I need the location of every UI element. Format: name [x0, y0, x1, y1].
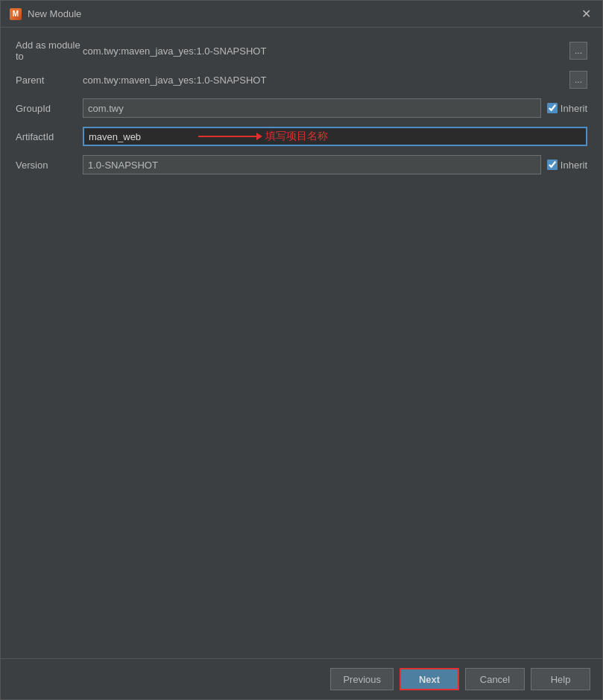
maven-icon	[10, 8, 22, 20]
close-button[interactable]: ✕	[578, 7, 593, 22]
group-id-label: GroupId	[16, 103, 83, 114]
form-content: Add as module to com.twy:maven_java_yes:…	[1, 28, 602, 658]
version-inherit-wrapper: Inherit	[547, 160, 587, 171]
add-as-module-row: Add as module to com.twy:maven_java_yes:…	[16, 40, 587, 62]
title-bar: New Module ✕	[1, 1, 602, 28]
version-label: Version	[16, 160, 83, 171]
parent-ellipsis-button[interactable]: ...	[569, 71, 587, 89]
add-as-module-label: Add as module to	[16, 40, 83, 62]
version-wrapper: Inherit	[83, 155, 587, 174]
group-id-input[interactable]	[83, 98, 541, 118]
parent-row: Parent com.twy:maven_java_yes:1.0-SNAPSH…	[16, 69, 587, 90]
parent-label: Parent	[16, 75, 83, 86]
version-input[interactable]	[83, 155, 541, 174]
bottom-bar: Previous Next Cancel Help	[1, 658, 602, 699]
group-id-wrapper: Inherit	[83, 98, 587, 118]
version-inherit-checkbox[interactable]	[547, 160, 558, 170]
previous-button[interactable]: Previous	[330, 668, 394, 690]
artifact-id-row: ArtifactId 填写项目名称	[16, 126, 587, 147]
version-row: Version Inherit	[16, 154, 587, 175]
version-inherit-label: Inherit	[561, 160, 587, 171]
title-bar-left: New Module	[10, 8, 81, 20]
next-button[interactable]: Next	[400, 668, 459, 690]
parent-wrapper: com.twy:maven_java_yes:1.0-SNAPSHOT ...	[83, 71, 587, 89]
parent-value: com.twy:maven_java_yes:1.0-SNAPSHOT	[83, 75, 563, 86]
add-as-module-value: com.twy:maven_java_yes:1.0-SNAPSHOT	[83, 45, 563, 57]
group-id-inherit-wrapper: Inherit	[547, 103, 587, 114]
artifact-id-label: ArtifactId	[16, 131, 83, 142]
cancel-button[interactable]: Cancel	[465, 668, 525, 690]
group-id-row: GroupId Inherit	[16, 98, 587, 119]
help-button[interactable]: Help	[531, 668, 590, 690]
artifact-id-wrapper: 填写项目名称	[83, 127, 587, 146]
artifact-id-input[interactable]	[83, 127, 587, 146]
new-module-dialog: New Module ✕ Add as module to com.twy:ma…	[0, 0, 603, 700]
dialog-title: New Module	[28, 8, 81, 19]
group-id-inherit-label: Inherit	[561, 103, 587, 114]
add-as-module-ellipsis-button[interactable]: ...	[569, 42, 587, 60]
group-id-inherit-checkbox[interactable]	[547, 103, 558, 113]
add-as-module-wrapper: com.twy:maven_java_yes:1.0-SNAPSHOT ...	[83, 42, 587, 60]
